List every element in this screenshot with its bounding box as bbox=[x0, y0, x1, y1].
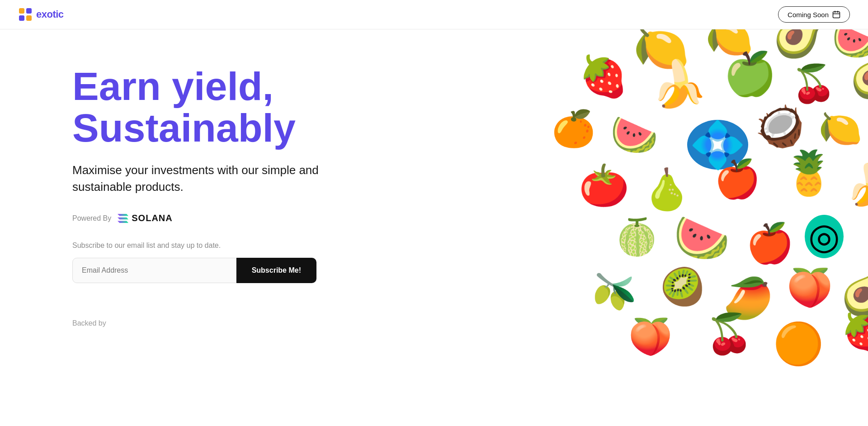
fruit-avocado3: 🥑 bbox=[841, 274, 868, 314]
fruit-watermelon2: 🍈 bbox=[615, 219, 659, 255]
fruit-avocado: 🥑 bbox=[773, 29, 824, 57]
fruit-pineapple: 🍍 bbox=[782, 151, 836, 194]
fruit-illustration: 🍋 🍋 🥑 🍉 🌸 🍓 🍌 🍏 🍒 🥑 🍊 🍉 💠 🥥 🍋 🫐 🍅 🍐 🍎 🍍 … bbox=[477, 29, 868, 426]
fruit-lime: 🍏 bbox=[723, 52, 777, 95]
fruit-orange: 🍊 bbox=[552, 111, 595, 146]
fruit-watermelon3: 🍉 bbox=[674, 215, 730, 260]
fruit-banana: 🍌 bbox=[651, 61, 708, 106]
fruit-pineapple2: 🍍 bbox=[859, 219, 868, 259]
fruit-pear: 🍐 bbox=[642, 170, 692, 209]
fruit-peach: 🍑 bbox=[628, 319, 672, 354]
fruit-coconut: 🥥 bbox=[755, 106, 805, 146]
fruit-banana2: 🍌 bbox=[845, 165, 868, 205]
svg-rect-4 bbox=[833, 12, 840, 18]
svg-rect-0 bbox=[19, 8, 24, 14]
solana-icon bbox=[116, 213, 128, 223]
backed-by-label: Backed by bbox=[72, 319, 477, 327]
fruit-watermelon: 🍉 bbox=[610, 115, 658, 154]
fruit-avocado2: 🥑 bbox=[850, 57, 868, 97]
fruit-fig: 🍑 bbox=[787, 269, 833, 306]
fruit-cherry: 🍒 bbox=[791, 66, 836, 102]
subscribe-form: Subscribe Me! bbox=[72, 258, 316, 283]
main-content: Earn yield, Sustainably Maximise your in… bbox=[0, 29, 868, 426]
hero-subheadline: Maximise your investments with our simpl… bbox=[72, 162, 326, 196]
header: exotic Coming Soon bbox=[0, 0, 868, 29]
fruit-bitcoin: 🟠 bbox=[773, 323, 824, 364]
fruit-lemon3: 🍋 bbox=[818, 111, 862, 146]
email-input[interactable] bbox=[72, 258, 236, 283]
left-panel: Earn yield, Sustainably Maximise your in… bbox=[0, 29, 477, 426]
fruit-kiwi: 🥝 bbox=[660, 269, 705, 305]
fruit-cherry2: 🍒 bbox=[705, 314, 753, 353]
solana-text: SOLANA bbox=[132, 213, 172, 223]
logo-icon bbox=[18, 7, 33, 22]
fruit-apple: 🍎 bbox=[714, 161, 760, 198]
fruit-strawberry: 🍓 bbox=[841, 314, 868, 350]
fruit-apple2: 🍎 bbox=[746, 224, 794, 262]
svg-rect-1 bbox=[26, 8, 32, 14]
subscribe-button[interactable]: Subscribe Me! bbox=[236, 258, 316, 283]
backed-by-section: Backed by bbox=[72, 319, 477, 336]
coming-soon-button[interactable]: Coming Soon bbox=[778, 6, 850, 23]
crypto-solana: ◎ bbox=[805, 215, 844, 258]
powered-by: Powered By bbox=[72, 213, 477, 223]
fruit-passion: 🍓 bbox=[579, 57, 628, 96]
hero-headline: Earn yield, Sustainably bbox=[72, 66, 380, 149]
calendar-icon bbox=[832, 10, 840, 19]
svg-rect-2 bbox=[19, 15, 24, 21]
solana-logo: SOLANA bbox=[116, 213, 172, 223]
logo-text: exotic bbox=[36, 9, 64, 20]
powered-by-label: Powered By bbox=[72, 214, 111, 222]
fruit-tomato: 🍅 bbox=[579, 165, 629, 206]
subscribe-label: Subscribe to our email list and stay up … bbox=[72, 241, 477, 250]
fruit-grapes: 🫒 bbox=[592, 274, 636, 309]
svg-rect-3 bbox=[26, 15, 32, 21]
coming-soon-label: Coming Soon bbox=[788, 11, 829, 19]
fruit-circle: 🍋 🍋 🥑 🍉 🌸 🍓 🍌 🍏 🍒 🥑 🍊 🍉 💠 🥥 🍋 🫐 🍅 🍐 🍎 🍍 … bbox=[552, 29, 868, 387]
logo: exotic bbox=[18, 7, 64, 22]
